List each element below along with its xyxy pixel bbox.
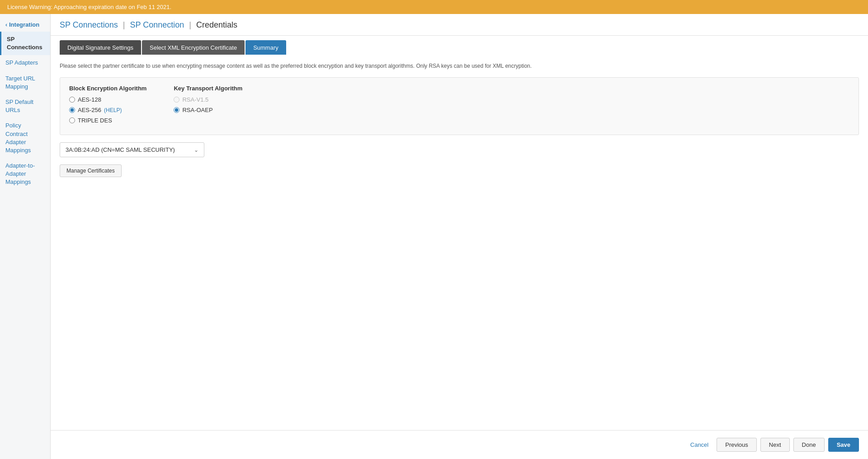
license-warning-text: License Warning: Approaching expiration … (7, 4, 171, 10)
description-text: Please select the partner certificate to… (60, 62, 859, 70)
sidebar-item-adapter-to-adapter-mappings[interactable]: Adapter-to-Adapter Mappings (0, 158, 50, 190)
content-area: Please select the partner certificate to… (51, 55, 868, 430)
sidebar-item-label: SP Connections (7, 36, 42, 51)
tab-summary[interactable]: Summary (245, 40, 286, 55)
sidebar-item-sp-connections[interactable]: SP Connections (0, 32, 50, 55)
sidebar-item-target-url-mapping[interactable]: Target URL Mapping (0, 71, 50, 94)
action-bar: Cancel Previous Next Done Save (51, 430, 868, 459)
rsa-oaep-radio[interactable] (174, 107, 179, 113)
breadcrumb-sp-connections[interactable]: SP Connections (60, 20, 118, 29)
page-header: SP Connections | SP Connection | Credent… (51, 14, 868, 36)
sidebar-back-button[interactable]: ‹ Integration (0, 18, 50, 32)
next-button[interactable]: Next (760, 438, 790, 452)
aes-128-radio[interactable] (69, 97, 75, 103)
tabs-container: Digital Signature Settings Select XML En… (51, 36, 868, 55)
radio-triple-des: TRIPLE DES (69, 117, 146, 124)
aes-256-radio[interactable] (69, 107, 75, 113)
sidebar-item-label: Policy Contract Adapter Mappings (5, 122, 31, 154)
sidebar-back-label: Integration (9, 21, 39, 28)
main-content: SP Connections | SP Connection | Credent… (51, 14, 868, 459)
breadcrumb: SP Connections | SP Connection | Credent… (60, 20, 859, 30)
sidebar-item-sp-default-urls[interactable]: SP Default URLs (0, 94, 50, 118)
algorithm-section: Block Encryption Algorithm AES-128 AES-2… (60, 77, 859, 135)
aes-128-label[interactable]: AES-128 (78, 96, 101, 103)
sidebar-item-policy-contract-adapter-mappings[interactable]: Policy Contract Adapter Mappings (0, 118, 50, 158)
triple-des-label[interactable]: TRIPLE DES (78, 117, 112, 124)
radio-aes-128: AES-128 (69, 96, 146, 103)
sidebar-item-label: SP Adapters (5, 59, 38, 66)
block-encryption-column: Block Encryption Algorithm AES-128 AES-2… (69, 85, 146, 127)
sidebar: ‹ Integration SP Connections SP Adapters… (0, 14, 51, 459)
breadcrumb-separator-1: | (123, 20, 127, 29)
sidebar-item-label: Adapter-to-Adapter Mappings (5, 162, 35, 185)
radio-aes-256: AES-256 (HELP) (69, 107, 146, 113)
license-warning-banner: License Warning: Approaching expiration … (0, 0, 868, 14)
save-button[interactable]: Save (828, 438, 859, 452)
rsa-oaep-label[interactable]: RSA-OAEP (182, 107, 212, 113)
breadcrumb-credentials: Credentials (196, 20, 237, 29)
cancel-button[interactable]: Cancel (686, 439, 713, 451)
radio-rsa-oaep: RSA-OAEP (174, 107, 242, 113)
radio-rsa-v1-5: RSA-V1.5 (174, 96, 242, 103)
previous-button[interactable]: Previous (717, 438, 757, 452)
aes-256-help-link[interactable]: (HELP) (104, 107, 122, 113)
rsa-v1-5-label[interactable]: RSA-V1.5 (182, 96, 208, 103)
key-transport-title: Key Transport Algorithm (174, 85, 242, 92)
key-transport-column: Key Transport Algorithm RSA-V1.5 RSA-OAE… (174, 85, 242, 127)
rsa-v1-5-radio[interactable] (174, 97, 179, 103)
certificate-dropdown[interactable]: 3A:0B:24:AD (CN=MC SAML SECURITY) ⌄ (60, 142, 204, 157)
tab-select-xml-encryption-certificate[interactable]: Select XML Encryption Certificate (142, 40, 245, 55)
manage-certificates-button[interactable]: Manage Certificates (60, 164, 122, 177)
sidebar-item-label: SP Default URLs (5, 98, 33, 113)
done-button[interactable]: Done (793, 438, 825, 452)
triple-des-radio[interactable] (69, 117, 75, 123)
block-encryption-title: Block Encryption Algorithm (69, 85, 146, 92)
certificate-selected-value: 3A:0B:24:AD (CN=MC SAML SECURITY) (66, 146, 175, 153)
back-arrow-icon: ‹ (5, 22, 7, 28)
breadcrumb-separator-2: | (189, 20, 193, 29)
chevron-down-icon: ⌄ (194, 147, 198, 153)
tab-digital-signature-settings[interactable]: Digital Signature Settings (60, 40, 141, 55)
sidebar-item-label: Target URL Mapping (5, 75, 35, 90)
aes-256-label[interactable]: AES-256 (78, 107, 101, 113)
breadcrumb-sp-connection[interactable]: SP Connection (130, 20, 184, 29)
sidebar-item-sp-adapters[interactable]: SP Adapters (0, 55, 50, 70)
